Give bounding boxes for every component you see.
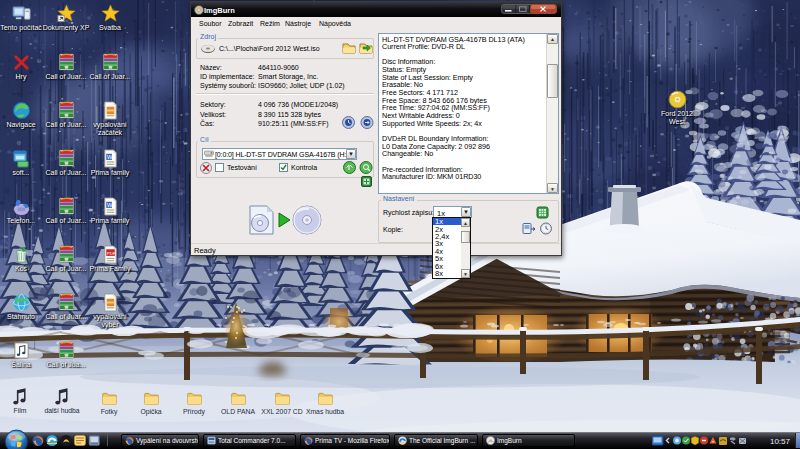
svg-text:PDF: PDF (106, 251, 115, 256)
svg-text:W: W (107, 154, 113, 160)
svg-text:W: W (107, 202, 113, 208)
